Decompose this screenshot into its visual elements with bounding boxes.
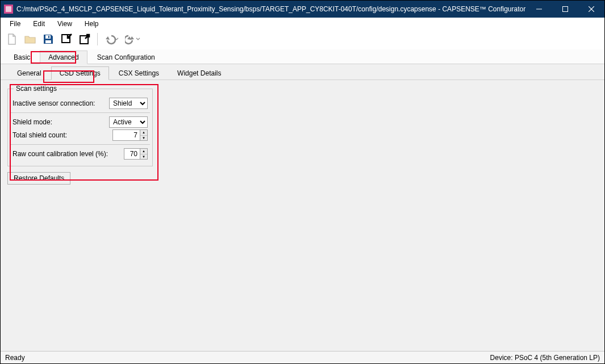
status-right: Device: PSoC 4 (5th Generation LP) bbox=[490, 354, 600, 362]
tabs-sub: General CSD Settings CSX Settings Widget… bbox=[1, 64, 604, 80]
spin-up-icon[interactable]: ▲ bbox=[140, 149, 147, 154]
window-controls bbox=[526, 1, 604, 18]
redo-icon[interactable] bbox=[124, 31, 143, 47]
import-icon[interactable] bbox=[59, 31, 74, 47]
tab-csd-settings[interactable]: CSD Settings bbox=[51, 66, 109, 80]
open-folder-icon[interactable] bbox=[22, 31, 38, 47]
total-shield-spinner[interactable]: ▲ ▼ bbox=[140, 129, 148, 141]
total-shield-input[interactable] bbox=[112, 129, 140, 141]
svg-rect-6 bbox=[45, 35, 51, 39]
svg-rect-3 bbox=[563, 7, 568, 12]
spin-down-icon[interactable]: ▼ bbox=[140, 136, 147, 141]
window-title: C:/mtw/PSoC_4_MSCLP_CAPSENSE_Liquid_Tole… bbox=[16, 5, 526, 13]
tab-basic[interactable]: Basic bbox=[5, 51, 39, 64]
spin-down-icon[interactable]: ▼ bbox=[140, 154, 147, 160]
svg-rect-7 bbox=[45, 40, 51, 43]
undo-icon[interactable] bbox=[102, 31, 122, 47]
tab-scan-configuration[interactable]: Scan Configuration bbox=[89, 51, 164, 64]
minimize-button[interactable] bbox=[526, 1, 552, 18]
raw-count-input[interactable] bbox=[124, 148, 140, 160]
scan-settings-group: Scan settings Inactive sensor connection… bbox=[7, 85, 153, 166]
close-button[interactable] bbox=[578, 1, 604, 18]
svg-rect-8 bbox=[48, 36, 49, 38]
divider bbox=[10, 112, 150, 113]
tab-general[interactable]: General bbox=[9, 66, 50, 80]
menu-view[interactable]: View bbox=[52, 19, 78, 29]
save-icon[interactable] bbox=[40, 31, 56, 47]
row-total-shield: Total shield count: ▲ ▼ bbox=[12, 129, 148, 141]
spin-up-icon[interactable]: ▲ bbox=[140, 130, 147, 136]
menubar: File Edit View Help bbox=[1, 18, 604, 30]
new-file-icon[interactable] bbox=[4, 31, 20, 47]
raw-count-spinner[interactable]: ▲ ▼ bbox=[140, 148, 148, 160]
maximize-button[interactable] bbox=[552, 1, 578, 18]
shield-mode-select[interactable]: Active bbox=[109, 116, 148, 128]
tab-widget-details[interactable]: Widget Details bbox=[169, 66, 230, 80]
menu-file[interactable]: File bbox=[4, 19, 26, 29]
svg-rect-1 bbox=[6, 6, 11, 12]
scan-settings-legend: Scan settings bbox=[14, 85, 59, 93]
restore-defaults-button[interactable]: Restore Defaults bbox=[7, 172, 70, 185]
tab-advanced[interactable]: Advanced bbox=[40, 51, 87, 64]
menu-edit[interactable]: Edit bbox=[27, 19, 51, 29]
row-shield-mode: Shield mode: Active bbox=[12, 116, 148, 128]
export-icon[interactable] bbox=[77, 31, 93, 47]
row-raw-count: Raw count calibration level (%): ▲ ▼ bbox=[12, 148, 148, 160]
inactive-sensor-label: Inactive sensor connection: bbox=[12, 99, 95, 107]
titlebar: C:/mtw/PSoC_4_MSCLP_CAPSENSE_Liquid_Tole… bbox=[1, 1, 604, 18]
row-inactive-sensor: Inactive sensor connection: Shield bbox=[12, 98, 148, 109]
content-area: Scan settings Inactive sensor connection… bbox=[1, 80, 604, 351]
toolbar-separator bbox=[97, 33, 98, 45]
status-left: Ready bbox=[5, 354, 25, 362]
app-icon bbox=[4, 5, 13, 14]
menu-help[interactable]: Help bbox=[79, 19, 105, 29]
statusbar: Ready Device: PSoC 4 (5th Generation LP) bbox=[1, 351, 604, 363]
shield-mode-label: Shield mode: bbox=[12, 118, 52, 126]
inactive-sensor-select[interactable]: Shield bbox=[109, 98, 148, 109]
raw-count-label: Raw count calibration level (%): bbox=[12, 150, 108, 158]
divider bbox=[10, 144, 150, 145]
total-shield-label: Total shield count: bbox=[12, 131, 67, 139]
tabs-main: Basic Advanced Scan Configuration bbox=[1, 49, 604, 64]
toolbar bbox=[1, 30, 604, 49]
tab-csx-settings[interactable]: CSX Settings bbox=[110, 66, 168, 80]
